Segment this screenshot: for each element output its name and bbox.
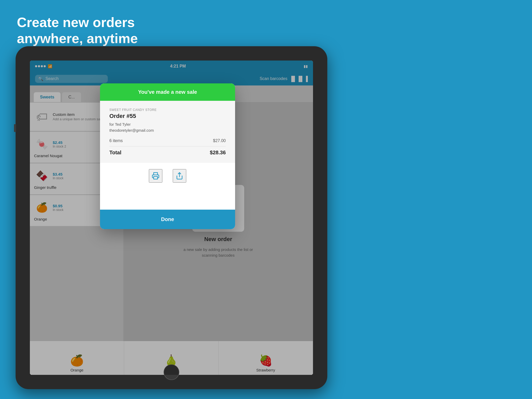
receipt-customer: for Ted Tyler theodoretyler@gmail.com xyxy=(109,122,226,133)
modal-receipt: SWEET FRUIT CANDY STORE Order #55 for Te… xyxy=(100,101,235,163)
ipad-screen: 📶 4:21 PM ▮▮ 🔍 Search Scan barcodes ▐▌▐▌… xyxy=(30,61,313,375)
modal-overlay: You've made a new sale SWEET FRUIT CANDY… xyxy=(30,61,313,375)
share-button[interactable] xyxy=(173,169,186,183)
headline-line2: anywhere, anytime xyxy=(17,30,138,46)
print-button[interactable] xyxy=(149,169,162,183)
headline-line1: Create new orders xyxy=(17,14,138,30)
customer-email: theodoretyler@gmail.com xyxy=(109,128,226,134)
background-headline: Create new orders anywhere, anytime xyxy=(17,14,138,47)
modal-spacer xyxy=(100,189,235,210)
receipt-order-number: Order #55 xyxy=(109,113,226,119)
svg-rect-5 xyxy=(154,177,158,179)
done-button[interactable]: Done xyxy=(100,210,235,229)
modal-header: You've made a new sale xyxy=(100,83,235,101)
total-amount: $28.36 xyxy=(210,150,226,156)
sale-modal: You've made a new sale SWEET FRUIT CANDY… xyxy=(100,83,235,229)
receipt-items-line: 6 items $27.00 xyxy=(109,138,226,147)
ipad-device: 📶 4:21 PM ▮▮ 🔍 Search Scan barcodes ▐▌▐▌… xyxy=(16,46,327,389)
receipt-total-line: Total $28.36 xyxy=(109,150,226,156)
items-total: $27.00 xyxy=(213,138,226,143)
modal-header-text: You've made a new sale xyxy=(108,89,227,95)
customer-name: for Ted Tyler xyxy=(109,122,226,128)
total-label: Total xyxy=(109,150,121,156)
receipt-store: SWEET FRUIT CANDY STORE xyxy=(109,108,226,112)
modal-actions xyxy=(100,163,235,189)
items-label: 6 items xyxy=(109,138,123,143)
ipad-side-button xyxy=(14,124,16,132)
